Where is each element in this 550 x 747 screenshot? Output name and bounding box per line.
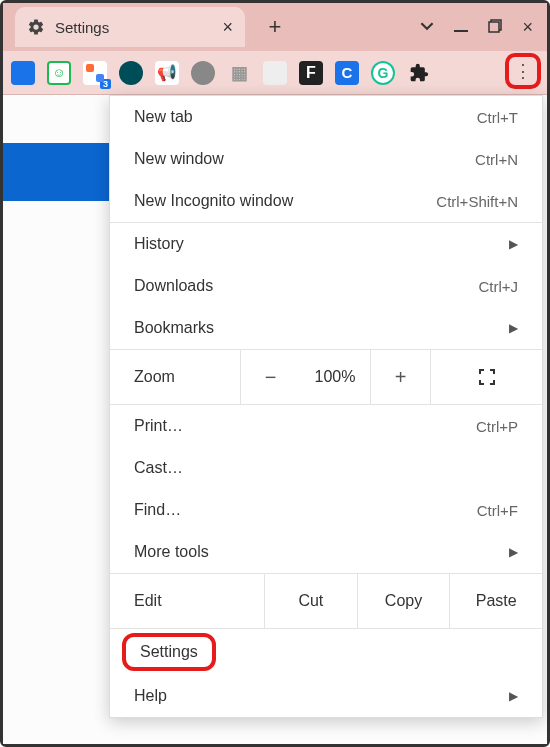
- menu-label: New tab: [134, 108, 477, 126]
- menu-shortcut: Ctrl+N: [475, 151, 518, 168]
- menu-label: Bookmarks: [134, 319, 509, 337]
- extension-icon[interactable]: ☺: [47, 61, 71, 85]
- chrome-menu: New tab Ctrl+T New window Ctrl+N New Inc…: [109, 95, 543, 718]
- search-tabs-icon[interactable]: [420, 17, 434, 38]
- chrome-menu-button[interactable]: ⋮: [505, 53, 541, 89]
- maximize-icon[interactable]: [488, 17, 502, 38]
- kebab-icon: ⋮: [514, 62, 532, 80]
- menu-shortcut: Ctrl+Shift+N: [436, 193, 518, 210]
- menu-label: Cast…: [134, 459, 518, 477]
- highlight-box: Settings: [122, 633, 216, 671]
- menu-help[interactable]: Help ▶: [110, 675, 542, 717]
- menu-shortcut: Ctrl+P: [476, 418, 518, 435]
- menu-downloads[interactable]: Downloads Ctrl+J: [110, 265, 542, 307]
- menu-cast[interactable]: Cast…: [110, 447, 542, 489]
- menu-shortcut: Ctrl+T: [477, 109, 518, 126]
- menu-label: More tools: [134, 543, 509, 561]
- edit-label: Edit: [110, 592, 264, 610]
- extension-icon[interactable]: ▦: [227, 61, 251, 85]
- menu-label: Find…: [134, 501, 477, 519]
- fullscreen-icon: [478, 368, 496, 386]
- menu-edit-row: Edit Cut Copy Paste: [110, 573, 542, 629]
- close-icon[interactable]: ×: [222, 17, 233, 38]
- fullscreen-button[interactable]: [430, 350, 542, 404]
- extension-icon[interactable]: [11, 61, 35, 85]
- zoom-in-button[interactable]: +: [370, 350, 430, 404]
- extension-icon[interactable]: 📢: [155, 61, 179, 85]
- menu-bookmarks[interactable]: Bookmarks ▶: [110, 307, 542, 349]
- menu-label: New window: [134, 150, 475, 168]
- menu-shortcut: Ctrl+J: [478, 278, 518, 295]
- chevron-right-icon: ▶: [509, 321, 518, 335]
- menu-label: History: [134, 235, 509, 253]
- cut-button[interactable]: Cut: [264, 574, 357, 628]
- menu-new-tab[interactable]: New tab Ctrl+T: [110, 96, 542, 138]
- menu-label: Settings: [140, 643, 198, 660]
- tab-strip: Settings × + ×: [3, 3, 547, 51]
- minimize-icon[interactable]: [454, 17, 468, 38]
- menu-zoom-row: Zoom − 100% +: [110, 349, 542, 405]
- gear-icon: [27, 18, 45, 36]
- menu-shortcut: Ctrl+F: [477, 502, 518, 519]
- menu-history[interactable]: History ▶: [110, 223, 542, 265]
- browser-tab[interactable]: Settings ×: [15, 7, 245, 47]
- menu-find[interactable]: Find… Ctrl+F: [110, 489, 542, 531]
- badge: 3: [100, 79, 111, 89]
- menu-print[interactable]: Print… Ctrl+P: [110, 405, 542, 447]
- window-close-icon[interactable]: ×: [522, 17, 533, 38]
- menu-settings[interactable]: Settings: [110, 629, 542, 675]
- tab-title: Settings: [55, 19, 212, 36]
- chevron-right-icon: ▶: [509, 545, 518, 559]
- svg-rect-0: [454, 30, 468, 32]
- menu-label: New Incognito window: [134, 192, 436, 210]
- zoom-value: 100%: [300, 368, 370, 386]
- extension-icon[interactable]: F: [299, 61, 323, 85]
- extension-icon[interactable]: G: [371, 61, 395, 85]
- paste-button[interactable]: Paste: [449, 574, 542, 628]
- window-controls: ×: [420, 17, 547, 38]
- zoom-out-button[interactable]: −: [240, 350, 300, 404]
- chevron-right-icon: ▶: [509, 237, 518, 251]
- extension-icon[interactable]: [263, 61, 287, 85]
- menu-label: Downloads: [134, 277, 478, 295]
- page-header-strip: [3, 143, 113, 201]
- menu-new-window[interactable]: New window Ctrl+N: [110, 138, 542, 180]
- menu-label: Help: [134, 687, 509, 705]
- menu-new-incognito[interactable]: New Incognito window Ctrl+Shift+N: [110, 180, 542, 222]
- chevron-right-icon: ▶: [509, 689, 518, 703]
- copy-button[interactable]: Copy: [357, 574, 450, 628]
- extensions-puzzle-icon[interactable]: [407, 61, 431, 85]
- extension-toolbar: ☺ 3 📢 ▦ F C G ⋮: [3, 51, 547, 95]
- extension-icon[interactable]: 3: [83, 61, 107, 85]
- extension-icon[interactable]: [191, 61, 215, 85]
- extension-icon[interactable]: [119, 61, 143, 85]
- extension-icon[interactable]: C: [335, 61, 359, 85]
- menu-label: Print…: [134, 417, 476, 435]
- menu-more-tools[interactable]: More tools ▶: [110, 531, 542, 573]
- new-tab-button[interactable]: +: [263, 14, 287, 40]
- svg-rect-2: [489, 22, 499, 32]
- zoom-label: Zoom: [110, 368, 240, 386]
